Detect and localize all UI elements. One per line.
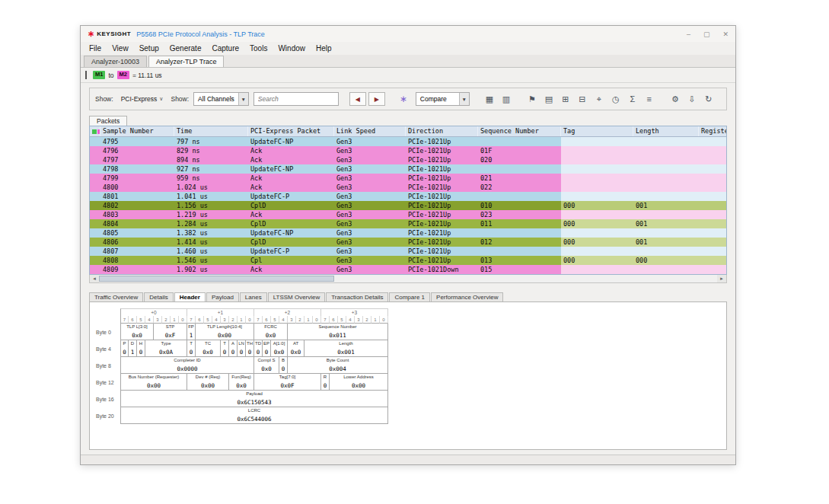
menu-tools[interactable]: Tools — [244, 43, 273, 53]
menu-setup[interactable]: Setup — [134, 43, 164, 53]
column-header-direction[interactable]: Direction — [406, 126, 478, 136]
list-view-icon[interactable]: ≡ — [642, 92, 657, 106]
menu-file[interactable]: File — [84, 43, 107, 53]
field-r[interactable]: R0 — [321, 374, 330, 391]
tab-ltssm-overview[interactable]: LTSSM Overview — [268, 292, 326, 301]
tab-transaction-details[interactable]: Transaction Details — [326, 292, 388, 301]
table-row[interactable]: 4796829 nsAckGen3PCIe-1021Up01F — [90, 146, 726, 155]
tab-packets[interactable]: Packets — [89, 116, 127, 126]
table-row[interactable]: 48011.041 usUpdateFC-PGen3PCIe-1021Up — [90, 192, 726, 201]
field-tc[interactable]: TC0x0 — [196, 340, 221, 357]
channel-filter-dropdown[interactable]: All Channels ▼ — [193, 92, 249, 106]
flag-marker-icon[interactable]: ⚑ — [525, 92, 540, 106]
field-a[interactable]: A0 — [229, 340, 238, 357]
table-row[interactable]: 48081.546 usCplGen3PCIe-1021Up013000000 — [90, 256, 726, 265]
field-dev-req[interactable]: Dev # (Req)0x00 — [187, 374, 229, 391]
marker-m1-chip[interactable]: M1 — [93, 71, 105, 78]
field-d[interactable]: D1 — [129, 340, 137, 357]
field-t[interactable]: T0 — [221, 340, 229, 357]
field-bus-number-requester[interactable]: Bus Number (Requester)0x00 — [120, 374, 187, 391]
refresh-icon[interactable]: ↻ — [701, 92, 716, 106]
time-mode-icon[interactable]: ◷ — [608, 92, 623, 106]
field-b[interactable]: B0 — [279, 357, 288, 374]
zoom-in-icon[interactable]: ⊞ — [558, 92, 573, 106]
field-ep[interactable]: EP0 — [263, 340, 271, 357]
scrollbar-track[interactable] — [99, 275, 717, 282]
search-input[interactable] — [253, 92, 339, 106]
compare-star-icon[interactable]: ∗ — [396, 92, 411, 106]
field-completer-id[interactable]: Completer ID0x0000 — [120, 357, 254, 374]
field-sequence-number[interactable]: Sequence Number0x011 — [288, 324, 388, 340]
field-tag-7-0[interactable]: Tag[7:0]0x0F — [254, 374, 321, 391]
table-row[interactable]: 48061.414 usCplDGen3PCIe-1021Up012000001 — [90, 238, 726, 247]
horizontal-scrollbar[interactable]: ◄ ► — [89, 275, 727, 283]
table-row[interactable]: 48071.460 usUpdateFC-PGen3PCIe-1021Up — [90, 247, 726, 256]
table-row[interactable]: 48041.284 usCplDGen3PCIe-1021Up011000001 — [90, 219, 726, 228]
field-p[interactable]: P0 — [120, 340, 129, 357]
table-row[interactable]: 48001.024 usAckGen3PCIe-1021Up022 — [90, 183, 726, 192]
compare-dropdown[interactable]: Compare ▼ — [416, 92, 470, 106]
field-length[interactable]: Length0x001 — [304, 340, 388, 357]
field-t[interactable]: T0 — [187, 340, 196, 357]
scroll-left-icon[interactable]: ◄ — [90, 275, 99, 282]
marker-m2-chip[interactable]: M2 — [117, 71, 129, 78]
tab-header[interactable]: Header — [174, 292, 206, 301]
column-header-sample-number[interactable]: Sample Number — [100, 126, 174, 136]
tab-compare-1[interactable]: Compare 1 — [389, 292, 430, 301]
scrollbar-thumb[interactable] — [99, 276, 334, 282]
column-header-register-number[interactable]: Register Number — [699, 126, 727, 136]
field-h[interactable]: H0 — [137, 340, 145, 357]
tab-analyzer-10003[interactable]: Analyzer-10003 — [84, 56, 147, 67]
table-row[interactable]: 48021.156 usCplDGen3PCIe-1021Up010000001 — [90, 201, 726, 210]
field-lower-address[interactable]: Lower Address0x00 — [330, 374, 388, 391]
field-stp[interactable]: STP0xF — [154, 324, 187, 340]
field-at[interactable]: AT0x0 — [288, 340, 304, 357]
column-header-tag[interactable]: Tag — [561, 126, 633, 136]
field-ln[interactable]: LN0 — [238, 340, 246, 357]
tab-lanes[interactable]: Lanes — [240, 292, 267, 301]
find-previous-button[interactable]: ◀ — [349, 92, 366, 106]
menu-window[interactable]: Window — [273, 43, 311, 53]
field-type[interactable]: Type0x0A — [145, 340, 187, 357]
table-row[interactable]: 48031.219 usAckGen3PCIe-1021Up023 — [90, 210, 726, 219]
tab-traffic-overview[interactable]: Traffic Overview — [89, 292, 143, 301]
field-fcrc[interactable]: FCRC0x0 — [254, 324, 288, 340]
table-row[interactable]: 4795797 nsUpdateFC-NPGen3PCIe-1021Up — [90, 137, 726, 146]
close-button[interactable]: ✕ — [722, 30, 729, 38]
field-td[interactable]: TD0 — [254, 340, 263, 357]
menu-help[interactable]: Help — [311, 43, 337, 53]
menu-view[interactable]: View — [107, 43, 134, 53]
field-fun-req[interactable]: Fun(Req)0x0 — [229, 374, 254, 391]
marker-column-header[interactable] — [90, 126, 100, 136]
menu-generate[interactable]: Generate — [164, 43, 207, 53]
field-tlp-length-10-4[interactable]: TLP Length[10:4]0x00 — [196, 324, 254, 340]
column-header-sequence-number[interactable]: Sequence Number — [478, 126, 561, 136]
maximize-button[interactable]: ▢ — [703, 30, 710, 38]
field-payload[interactable]: Payload0x6C150543 — [120, 391, 388, 407]
minimize-button[interactable]: – — [687, 30, 690, 38]
find-next-button[interactable]: ▶ — [368, 92, 385, 106]
scroll-right-icon[interactable]: ► — [717, 275, 726, 282]
table-row[interactable]: 4798927 nsUpdateFC-NPGen3PCIe-1021Up — [90, 164, 726, 174]
settings-icon[interactable]: ⚙ — [668, 92, 683, 106]
goto-trigger-icon[interactable]: ⌖ — [591, 92, 607, 106]
table-view-icon[interactable]: ▦ — [482, 92, 497, 106]
statistics-icon[interactable]: Σ — [625, 92, 640, 106]
field-lcrc[interactable]: LCRC0x6C544006 — [120, 407, 388, 424]
table-row[interactable]: 4797894 nsAckGen3PCIe-1021Up020 — [90, 155, 726, 164]
column-header-link-speed[interactable]: Link Speed — [334, 126, 406, 136]
rows-view-icon[interactable]: ▤ — [541, 92, 556, 106]
table-row[interactable]: 48051.382 usUpdateFC-NPGen3PCIe-1021Up — [90, 228, 726, 238]
zoom-out-icon[interactable]: ⊟ — [575, 92, 590, 106]
export-icon[interactable]: ⇩ — [684, 92, 700, 106]
split-view-icon[interactable]: ▥ — [499, 92, 514, 106]
tab-analyzer-tlp-trace[interactable]: Analyzer-TLP Trace — [148, 56, 224, 67]
table-row[interactable]: 48091.902 usAckGen3PCIe-1021Down015 — [90, 265, 726, 274]
field-compl-s[interactable]: Compl S0x0 — [254, 357, 279, 374]
menu-capture[interactable]: Capture — [206, 43, 244, 53]
tab-payload[interactable]: Payload — [206, 292, 239, 301]
table-row[interactable]: 4799959 nsAckGen3PCIe-1021Up021 — [90, 174, 726, 183]
field-th[interactable]: TH0 — [246, 340, 254, 357]
column-header-pci-express-packet[interactable]: PCI-Express Packet — [248, 126, 334, 136]
field-byte-count[interactable]: Byte Count0x004 — [288, 357, 388, 374]
